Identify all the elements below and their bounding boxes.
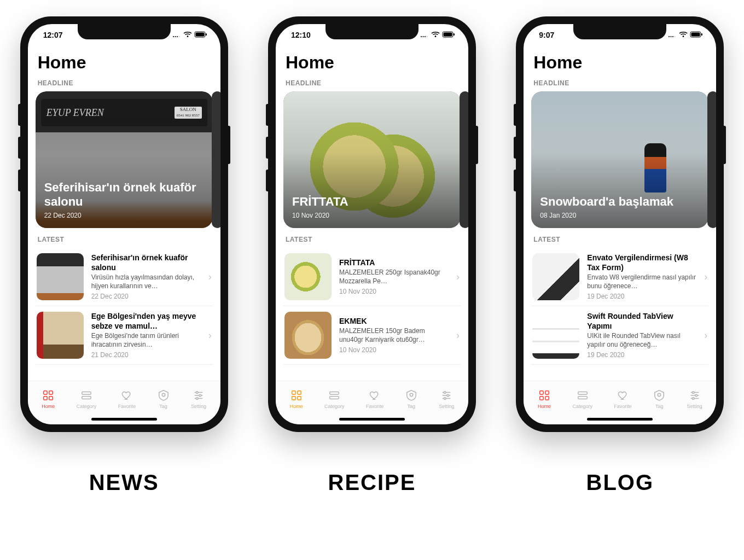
battery-icon xyxy=(442,31,455,39)
list-item-body: Seferihisar'ın örnek kuaför salonu Virüs… xyxy=(91,253,201,300)
home-indicator[interactable] xyxy=(276,413,468,424)
tab-tag[interactable]: Tag xyxy=(653,389,665,409)
tab-label: Category xyxy=(324,404,345,409)
list-item-body: Ege Bölgesi'nden yaş meyve sebze ve mamu… xyxy=(91,312,201,359)
signal-icon xyxy=(172,31,181,39)
home-indicator[interactable] xyxy=(28,413,220,424)
content-scroll[interactable]: HomeHEADLINEEYUP EVRENSALON0541 902 8557… xyxy=(28,46,220,381)
svg-point-46 xyxy=(683,36,684,37)
screen: 12:07 HomeHEADLINEEYUP EVRENSALON0541 90… xyxy=(28,24,220,424)
headline-next-peek[interactable] xyxy=(212,91,220,228)
tag-icon xyxy=(405,389,417,402)
headline-card[interactable]: EYUP EVRENSALON0541 902 8557Seferihisar'… xyxy=(36,91,213,228)
svg-rect-7 xyxy=(206,33,207,36)
tab-home[interactable]: Home xyxy=(290,389,303,409)
tab-tag[interactable]: Tag xyxy=(405,389,417,409)
tab-label: Home xyxy=(538,404,551,409)
section-latest-label: LATEST xyxy=(36,228,213,248)
svg-rect-54 xyxy=(578,392,587,394)
tab-setting[interactable]: Setting xyxy=(439,389,454,409)
list-item-date: 19 Dec 2020 xyxy=(587,351,696,359)
list-item[interactable]: Envato Vergilendirmesi (W8 Tax Form) Env… xyxy=(531,248,708,306)
svg-rect-34 xyxy=(330,396,339,399)
list-item[interactable]: Ege Bölgesi'nden yaş meyve sebze ve mamu… xyxy=(36,306,213,365)
tab-label: Category xyxy=(572,404,592,409)
page-title: Home xyxy=(36,46,213,76)
wifi-icon xyxy=(679,31,688,39)
content-scroll[interactable]: HomeHEADLINEFRİTTATA10 Nov 2020LATEST FR… xyxy=(276,46,468,381)
phone-variant-label: RECIPE xyxy=(328,470,416,495)
page-title: Home xyxy=(531,46,708,76)
list-item[interactable]: Seferihisar'ın örnek kuaför salonu Virüs… xyxy=(36,248,213,306)
notch xyxy=(78,24,171,39)
svg-point-41 xyxy=(444,397,446,399)
setting-icon xyxy=(440,389,452,402)
svg-point-23 xyxy=(425,36,426,37)
list-item-thumb xyxy=(37,312,84,359)
svg-point-3 xyxy=(178,36,179,37)
tab-label: Favorite xyxy=(614,404,632,409)
headline-next-peek[interactable] xyxy=(460,91,468,228)
list-item-desc: Envato W8 vergilendirme nasıl yapılır bu… xyxy=(587,273,696,290)
home-icon xyxy=(42,389,54,402)
headline-card[interactable]: FRİTTATA10 Nov 2020 xyxy=(283,91,461,228)
tab-home[interactable]: Home xyxy=(538,389,551,409)
svg-rect-31 xyxy=(292,396,295,399)
list-item-title: Seferihisar'ın örnek kuaför salonu xyxy=(91,253,201,272)
list-item-body: Envato Vergilendirmesi (W8 Tax Form) Env… xyxy=(587,253,696,300)
signal-icon xyxy=(668,31,677,39)
home-indicator[interactable] xyxy=(524,413,716,424)
tab-home[interactable]: Home xyxy=(42,389,55,409)
tab-favorite[interactable]: Favorite xyxy=(118,389,136,409)
headline-card[interactable]: Snowboard'a başlamak08 Jan 2020 xyxy=(531,91,708,228)
category-icon xyxy=(577,389,589,402)
tab-bar: HomeCategoryFavoriteTagSetting xyxy=(524,381,716,413)
svg-rect-28 xyxy=(454,33,455,36)
home-icon xyxy=(538,389,550,402)
svg-point-25 xyxy=(435,36,437,37)
setting-icon xyxy=(689,389,701,402)
svg-point-40 xyxy=(447,394,449,396)
section-latest-label: LATEST xyxy=(283,228,461,248)
section-headline-label: HEADLINE xyxy=(36,76,213,91)
svg-point-20 xyxy=(196,397,198,399)
list-item-body: FRİTTATA MALZEMELER 250gr Ispanak40gr Mo… xyxy=(339,258,449,296)
tab-setting[interactable]: Setting xyxy=(191,389,206,409)
list-item[interactable]: EKMEK MALZEMELER 150gr Badem unu40gr Kar… xyxy=(283,306,461,365)
tab-label: Setting xyxy=(191,404,206,409)
list-item-title: FRİTTATA xyxy=(339,258,449,268)
tab-tag[interactable]: Tag xyxy=(158,389,170,409)
tab-favorite[interactable]: Favorite xyxy=(614,389,632,409)
svg-rect-27 xyxy=(443,33,452,37)
svg-point-35 xyxy=(410,393,413,396)
svg-rect-6 xyxy=(195,33,204,37)
tab-label: Setting xyxy=(687,404,702,409)
svg-point-42 xyxy=(669,36,670,37)
svg-rect-53 xyxy=(545,396,549,399)
tab-category[interactable]: Category xyxy=(77,389,97,409)
list-item[interactable]: FRİTTATA MALZEMELER 250gr Ispanak40gr Mo… xyxy=(283,248,461,306)
list-item-body: EKMEK MALZEMELER 150gr Badem unu40gr Kar… xyxy=(339,317,449,354)
svg-rect-32 xyxy=(298,396,301,399)
favorite-icon xyxy=(617,389,629,402)
tab-setting[interactable]: Setting xyxy=(687,389,702,409)
headline-next-peek[interactable] xyxy=(707,91,716,228)
notch xyxy=(326,24,419,39)
latest-list: FRİTTATA MALZEMELER 250gr Ispanak40gr Mo… xyxy=(283,248,461,381)
list-item-thumb xyxy=(284,312,332,359)
headline-title: Seferihisar'ın örnek kuaför salonu xyxy=(44,180,204,208)
tab-category[interactable]: Category xyxy=(324,389,345,409)
list-item-thumb xyxy=(37,253,84,300)
chevron-right-icon: › xyxy=(208,330,212,341)
tab-category[interactable]: Category xyxy=(572,389,592,409)
svg-point-24 xyxy=(426,36,427,37)
tab-label: Setting xyxy=(439,404,454,409)
page-title: Home xyxy=(283,46,461,76)
tab-favorite[interactable]: Favorite xyxy=(366,389,384,409)
list-item-date: 21 Dec 2020 xyxy=(91,351,201,359)
setting-icon xyxy=(193,389,205,402)
list-item-thumb xyxy=(284,253,332,300)
content-scroll[interactable]: HomeHEADLINESnowboard'a başlamak08 Jan 2… xyxy=(524,46,716,381)
list-item[interactable]: Swift Rounded TabView Yapımı UIKit ile R… xyxy=(531,306,708,365)
section-latest-label: LATEST xyxy=(531,228,708,248)
